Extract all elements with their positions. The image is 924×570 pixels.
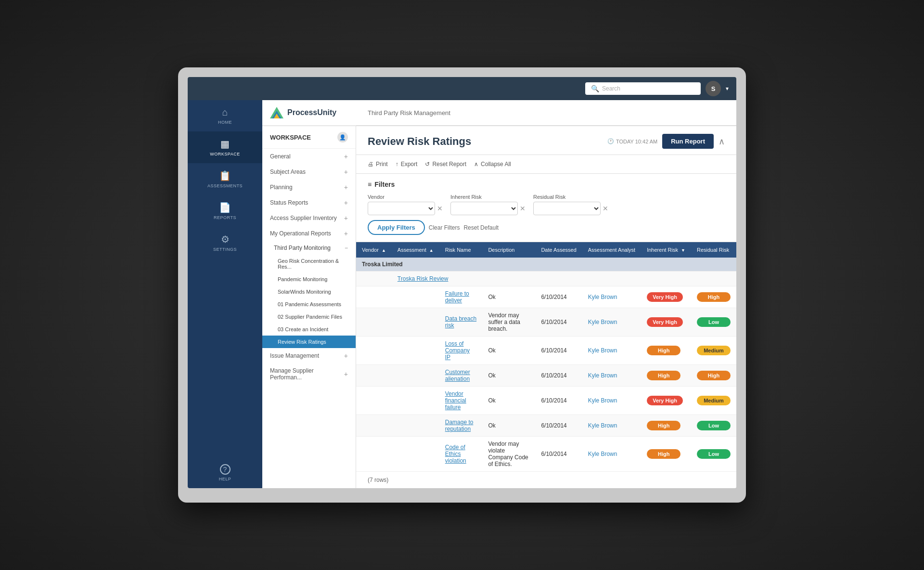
plus-icon-3: +	[344, 183, 348, 191]
cell-risk-name[interactable]: Damage to reputation	[439, 415, 483, 437]
search-icon: 🔍	[591, 85, 599, 92]
cell-analyst: Kyle Brown	[582, 415, 641, 437]
main-content: Review Risk Ratings 🕐 TODAY 10:42 AM Run…	[356, 126, 736, 488]
sidebar-item-workspace[interactable]: ▦ WORKSPACE	[188, 131, 262, 163]
nav-section-subject-areas[interactable]: Subject Areas +	[262, 164, 356, 180]
col-residual-risk: Residual Risk	[691, 242, 736, 258]
residual-risk-select[interactable]	[533, 202, 601, 215]
sidebar-label-home: HOME	[218, 120, 232, 125]
reset-default-button[interactable]: Reset Default	[463, 224, 499, 231]
cell-risk-name[interactable]: Data breach risk	[439, 308, 483, 337]
reset-report-button[interactable]: ↺ Reset Report	[425, 159, 466, 169]
print-button[interactable]: 🖨 Print	[368, 159, 388, 169]
nav-section-general[interactable]: General +	[262, 149, 356, 164]
cell-assessment	[392, 337, 439, 365]
cell-date: 6/10/2014	[535, 365, 582, 387]
search-bar[interactable]: 🔍 Search	[585, 82, 701, 95]
cell-analyst: Kyle Brown	[582, 365, 641, 387]
residual-clear-button[interactable]: ✕	[603, 205, 608, 212]
cell-risk-name[interactable]: Loss of Company IP	[439, 337, 483, 365]
assessments-icon: 📋	[219, 170, 231, 181]
cell-vendor	[356, 387, 392, 415]
timestamp: 🕐 TODAY 10:42 AM	[607, 138, 657, 144]
cell-risk-name[interactable]: Failure to deliver	[439, 286, 483, 308]
table-footer: (7 rows)	[356, 472, 736, 488]
nav-sub-pandemic-monitoring[interactable]: Pandemic Monitoring	[262, 273, 356, 285]
sidebar-item-help[interactable]: ? HELP	[188, 457, 262, 488]
col-assessment[interactable]: Assessment ▲	[392, 242, 439, 258]
sidebar-item-home[interactable]: ⌂ HOME	[188, 100, 262, 131]
nav-workspace-header: WORKSPACE 👤	[262, 126, 356, 149]
nav-sub-review-risk-ratings[interactable]: Review Risk Ratings	[262, 336, 356, 348]
nav-sub-create-incident[interactable]: 03 Create an Incident	[262, 323, 356, 336]
nav-sub-third-party-monitoring[interactable]: Third Party Monitoring −	[262, 241, 356, 255]
nav-sub-solarwinds[interactable]: SolarWinds Monitoring	[262, 285, 356, 298]
table-row: Code of Ethics violation Vendor may viol…	[356, 437, 736, 472]
vendor-filter-label: Vendor	[368, 194, 443, 200]
vendor-filter-select[interactable]	[368, 202, 435, 215]
toolbar: 🖨 Print ↑ Export ↺ Reset Report	[356, 155, 736, 174]
run-report-button[interactable]: Run Report	[662, 134, 714, 149]
col-vendor[interactable]: Vendor ▲	[356, 242, 392, 258]
cell-assessment	[392, 365, 439, 387]
sidebar-label-reports: REPORTS	[214, 215, 236, 220]
sidebar-label-workspace: WORKSPACE	[210, 152, 240, 156]
inherent-risk-select[interactable]	[450, 202, 518, 215]
nav-section-status-reports[interactable]: Status Reports +	[262, 195, 356, 210]
cell-inherent: Very High	[641, 387, 691, 415]
nav-section-issue-management[interactable]: Issue Management +	[262, 348, 356, 363]
table-row: Customer alienation Ok 6/10/2014 Kyle Br…	[356, 365, 736, 387]
cell-description: Ok	[482, 337, 535, 365]
export-icon: ↑	[396, 161, 398, 168]
nav-sub-geo-risk[interactable]: Geo Risk Concentration & Res...	[262, 255, 356, 273]
cell-description: Ok	[482, 415, 535, 437]
cell-date: 6/10/2014	[535, 337, 582, 365]
cell-vendor	[356, 272, 392, 286]
cell-residual: High	[691, 365, 736, 387]
apply-filters-button[interactable]: Apply Filters	[368, 220, 425, 235]
inherent-clear-button[interactable]: ✕	[520, 205, 526, 212]
cell-risk-name[interactable]: Vendor financial failure	[439, 387, 483, 415]
assessment-link[interactable]: Troska Risk Review	[398, 275, 449, 282]
col-risk-name: Risk Name	[439, 242, 483, 258]
cell-assessment	[392, 415, 439, 437]
col-inherent-risk[interactable]: Inherent Risk ▼	[641, 242, 691, 258]
cell-assessment	[392, 286, 439, 308]
sidebar-item-assessments[interactable]: 📋 ASSESSMENTS	[188, 163, 262, 195]
nav-section-my-operational[interactable]: My Operational Reports +	[262, 226, 356, 241]
nav-section-access-supplier[interactable]: Access Supplier Inventory +	[262, 210, 356, 226]
vendor-clear-button[interactable]: ✕	[437, 205, 443, 212]
clear-filters-button[interactable]: Clear Filters	[429, 224, 460, 231]
nav-sub-supplier-pandemic-files[interactable]: 02 Supplier Pandemic Files	[262, 311, 356, 323]
cell-risk-name[interactable]: Customer alienation	[439, 365, 483, 387]
inherent-risk-filter-group: Inherent Risk ✕	[450, 194, 526, 215]
sidebar-item-settings[interactable]: ⚙ SETTINGS	[188, 227, 262, 259]
nav-sub-pandemic-assessments[interactable]: 01 Pandemic Assessments	[262, 298, 356, 311]
cell-residual: Low	[691, 437, 736, 472]
reports-icon: 📄	[219, 202, 231, 213]
cell-inherent: High	[641, 437, 691, 472]
plus-icon-5: +	[344, 214, 348, 222]
cell-residual: Medium	[691, 387, 736, 415]
table-row: Loss of Company IP Ok 6/10/2014 Kyle Bro…	[356, 337, 736, 365]
nav-section-manage-supplier[interactable]: Manage Supplier Performan... +	[262, 363, 356, 385]
cell-assessment	[392, 387, 439, 415]
avatar[interactable]: S	[706, 81, 721, 96]
workspace-icon: ▦	[220, 138, 230, 150]
cell-risk-name[interactable]: Code of Ethics violation	[439, 437, 483, 472]
cell-assessment	[392, 437, 439, 472]
export-button[interactable]: ↑ Export	[396, 159, 418, 169]
cell-vendor	[356, 286, 392, 308]
plus-icon-2: +	[344, 168, 348, 176]
filters-area: ≡ Filters Vendor	[356, 174, 736, 242]
cell-inherent: High	[641, 365, 691, 387]
collapse-button[interactable]: ∧	[719, 136, 725, 147]
sidebar-label-help: HELP	[219, 477, 231, 481]
vendor-group-name: Troska Limited	[356, 258, 736, 272]
nav-section-planning[interactable]: Planning +	[262, 180, 356, 195]
minus-icon: −	[345, 245, 348, 251]
chevron-down-icon[interactable]: ▾	[726, 85, 729, 92]
sidebar-item-reports[interactable]: 📄 REPORTS	[188, 195, 262, 227]
collapse-all-button[interactable]: ∧ Collapse All	[474, 159, 511, 169]
reset-icon: ↺	[425, 161, 430, 168]
